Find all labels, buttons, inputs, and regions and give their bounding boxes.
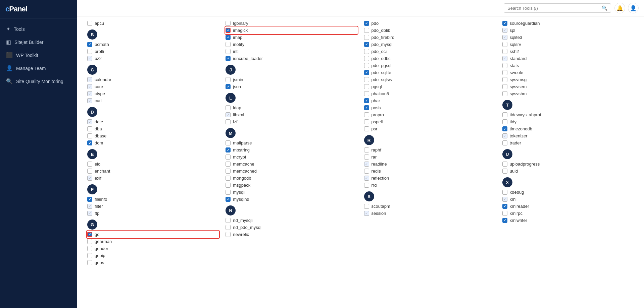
extension-checkbox[interactable] — [364, 42, 369, 47]
extension-item[interactable]: swoole — [502, 69, 634, 76]
extension-checkbox[interactable] — [502, 211, 507, 216]
extension-checkbox[interactable] — [364, 105, 369, 110]
extension-checkbox[interactable] — [364, 49, 369, 54]
extension-item[interactable]: imap — [226, 34, 357, 41]
extension-item[interactable]: date — [87, 118, 219, 125]
extension-checkbox[interactable] — [502, 77, 507, 82]
extension-checkbox[interactable] — [226, 183, 231, 188]
extension-checkbox[interactable] — [226, 176, 231, 181]
extension-checkbox[interactable] — [364, 56, 369, 61]
extension-item[interactable]: pdo_mysql — [364, 41, 496, 48]
extension-item[interactable]: uuid — [502, 168, 634, 175]
extension-item[interactable]: fileinfo — [87, 196, 219, 203]
extension-item[interactable]: pdo_pgsql — [364, 62, 496, 69]
extension-checkbox[interactable] — [226, 84, 231, 89]
search-input[interactable] — [507, 6, 602, 11]
extension-item[interactable]: psr — [364, 125, 496, 132]
extension-item[interactable]: xmlreader — [502, 203, 634, 210]
extension-checkbox[interactable] — [364, 162, 369, 167]
extension-item[interactable]: apcu — [87, 20, 219, 27]
extension-item[interactable]: scoutapm — [364, 203, 496, 210]
extension-checkbox[interactable] — [502, 42, 507, 47]
extension-item[interactable]: bcmath — [87, 41, 219, 48]
extension-checkbox[interactable] — [502, 112, 507, 117]
sidebar-item-site-quality[interactable]: 🔍 Site Quality Monitoring — [0, 75, 77, 88]
extension-checkbox[interactable] — [364, 70, 369, 75]
extension-item[interactable]: json — [226, 83, 357, 90]
extension-checkbox[interactable] — [502, 63, 507, 68]
extension-checkbox[interactable] — [364, 35, 369, 40]
extension-item[interactable]: curl — [87, 97, 219, 104]
extension-checkbox[interactable] — [87, 77, 92, 82]
extension-item[interactable]: mbstring — [226, 146, 357, 153]
extension-item[interactable]: nd_pdo_mysql — [226, 224, 357, 231]
extension-checkbox[interactable] — [364, 126, 369, 131]
extension-item[interactable]: geoip — [87, 252, 219, 259]
extension-checkbox[interactable] — [502, 218, 507, 223]
extension-checkbox[interactable] — [226, 162, 231, 167]
extension-checkbox[interactable] — [87, 42, 92, 47]
extension-checkbox[interactable] — [226, 42, 231, 47]
extension-checkbox[interactable] — [87, 56, 92, 61]
extension-checkbox[interactable] — [87, 176, 92, 181]
extension-checkbox[interactable] — [226, 190, 231, 195]
extension-checkbox[interactable] — [87, 49, 92, 54]
extension-item[interactable]: redis — [364, 168, 496, 175]
extension-item[interactable]: dom — [87, 139, 219, 146]
extension-checkbox[interactable] — [226, 28, 231, 33]
extension-checkbox[interactable] — [87, 253, 92, 258]
extension-item[interactable]: xmlwriter — [502, 217, 634, 224]
extension-checkbox[interactable] — [226, 112, 231, 117]
extension-checkbox[interactable] — [502, 126, 507, 131]
extension-item[interactable]: ftp — [87, 210, 219, 217]
extension-item[interactable]: pdo_odbc — [364, 55, 496, 62]
extension-checkbox[interactable] — [502, 91, 507, 96]
extension-item[interactable]: exif — [87, 175, 219, 182]
extension-item[interactable]: tokenizer — [502, 132, 634, 139]
extension-item[interactable]: bz2 — [87, 55, 219, 62]
extension-item[interactable]: xmlrpc — [502, 210, 634, 217]
extension-checkbox[interactable] — [226, 77, 231, 82]
extension-checkbox[interactable] — [502, 70, 507, 75]
extension-item[interactable]: geos — [87, 259, 219, 266]
extension-checkbox[interactable] — [226, 105, 231, 110]
extension-item[interactable]: intl — [226, 48, 357, 55]
extension-item[interactable]: readline — [364, 161, 496, 168]
extension-item[interactable]: calendar — [87, 76, 219, 83]
extension-item[interactable]: posix — [364, 104, 496, 111]
extension-checkbox[interactable] — [226, 140, 231, 145]
extension-item[interactable]: phalcon5 — [364, 90, 496, 97]
extension-item[interactable]: reflection — [364, 175, 496, 182]
extension-checkbox[interactable] — [87, 98, 92, 103]
extension-checkbox[interactable] — [87, 84, 92, 89]
extension-item[interactable]: propro — [364, 111, 496, 118]
extension-item[interactable]: standard — [502, 55, 634, 62]
extension-item[interactable]: rar — [364, 153, 496, 161]
extension-item[interactable]: session — [364, 210, 496, 217]
sidebar-item-manage-team[interactable]: 👤 Manage Team — [0, 62, 77, 75]
extension-checkbox[interactable] — [502, 56, 507, 61]
extension-item[interactable]: pspell — [364, 118, 496, 125]
extension-checkbox[interactable] — [226, 232, 231, 237]
extension-checkbox[interactable] — [87, 197, 92, 202]
extension-checkbox[interactable] — [226, 35, 231, 40]
extension-checkbox[interactable] — [87, 91, 92, 96]
extension-item[interactable]: inotify — [226, 41, 357, 48]
extension-checkbox[interactable] — [87, 211, 92, 216]
extension-checkbox[interactable] — [226, 225, 231, 230]
extension-checkbox[interactable] — [364, 155, 369, 160]
extension-checkbox[interactable] — [226, 169, 231, 174]
extension-item[interactable]: memcache — [226, 161, 357, 168]
extension-item[interactable]: brotli — [87, 48, 219, 55]
extension-item[interactable]: jsmin — [226, 76, 357, 83]
extension-item[interactable]: ssh2 — [502, 48, 634, 55]
extension-checkbox[interactable] — [226, 49, 231, 54]
extension-item[interactable]: raphf — [364, 146, 496, 153]
extension-checkbox[interactable] — [502, 28, 507, 33]
extension-item[interactable]: mysqlnd — [226, 196, 357, 203]
extension-checkbox[interactable] — [87, 246, 92, 251]
extension-item[interactable]: sqlite3 — [502, 34, 634, 41]
extension-checkbox[interactable] — [502, 133, 507, 138]
extension-checkbox[interactable] — [502, 162, 507, 167]
extension-item[interactable]: core — [87, 83, 219, 90]
